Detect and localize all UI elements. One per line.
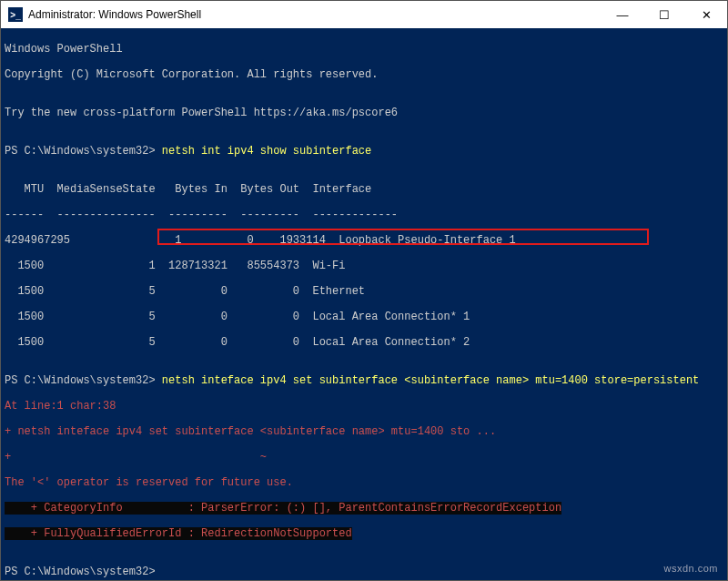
powershell-icon: >_ (8, 7, 23, 22)
table-divider: ------ --------------- --------- -------… (5, 209, 727, 221)
terminal-line: PS C:\Windows\system32> netsh int ipv4 s… (5, 145, 727, 158)
highlight-box (157, 229, 649, 245)
terminal-line: PS C:\Windows\system32> netsh inteface i… (5, 374, 727, 387)
terminal-line: Copyright (C) Microsoft Corporation. All… (5, 68, 727, 81)
error-line: At line:1 char:38 (5, 400, 727, 413)
terminal-line: Windows PowerShell (5, 43, 727, 56)
error-line: + netsh inteface ipv4 set subinterface <… (5, 425, 727, 438)
window-controls: — ☐ ✕ (602, 1, 727, 28)
error-line: + CategoryInfo : ParserError: (:) [], Pa… (5, 502, 727, 515)
command-text: netsh inteface ipv4 set subinterface <su… (162, 374, 700, 387)
error-line: + FullyQualifiedErrorId : RedirectionNot… (5, 527, 727, 540)
table-row: 1500 5 0 0 Ethernet (5, 285, 727, 298)
table-row: 1500 5 0 0 Local Area Connection* 1 (5, 311, 727, 323)
table-header: MTU MediaSenseState Bytes In Bytes Out I… (5, 183, 727, 196)
maximize-button[interactable]: ☐ (643, 1, 685, 28)
titlebar[interactable]: >_ Administrator: Windows PowerShell — ☐… (1, 1, 727, 28)
prompt-text: PS C:\Windows\system32> (5, 374, 162, 387)
powershell-icon-glyph: >_ (10, 10, 20, 20)
table-row: 1500 5 0 0 Local Area Connection* 2 (5, 336, 727, 349)
terminal-line: Try the new cross-platform PowerShell ht… (5, 107, 727, 119)
powershell-window: >_ Administrator: Windows PowerShell — ☐… (0, 0, 728, 581)
command-text: netsh int ipv4 show subinterface (162, 145, 371, 158)
error-id: + FullyQualifiedErrorId : RedirectionNot… (5, 527, 352, 540)
watermark: wsxdn.com (663, 562, 718, 575)
terminal-line: PS C:\Windows\system32> (5, 566, 727, 578)
window-title: Administrator: Windows PowerShell (28, 8, 602, 21)
error-line: The '<' operator is reserved for future … (5, 476, 727, 489)
error-line: + ~ (5, 451, 727, 464)
error-category: + CategoryInfo : ParserError: (:) [], Pa… (5, 502, 561, 515)
minimize-button[interactable]: — (602, 1, 643, 28)
prompt-text: PS C:\Windows\system32> (5, 566, 162, 578)
prompt-text: PS C:\Windows\system32> (5, 145, 162, 158)
close-button[interactable]: ✕ (685, 1, 727, 28)
terminal-area[interactable]: Windows PowerShell Copyright (C) Microso… (1, 28, 727, 580)
table-row: 1500 1 128713321 85554373 Wi-Fi (5, 260, 727, 272)
